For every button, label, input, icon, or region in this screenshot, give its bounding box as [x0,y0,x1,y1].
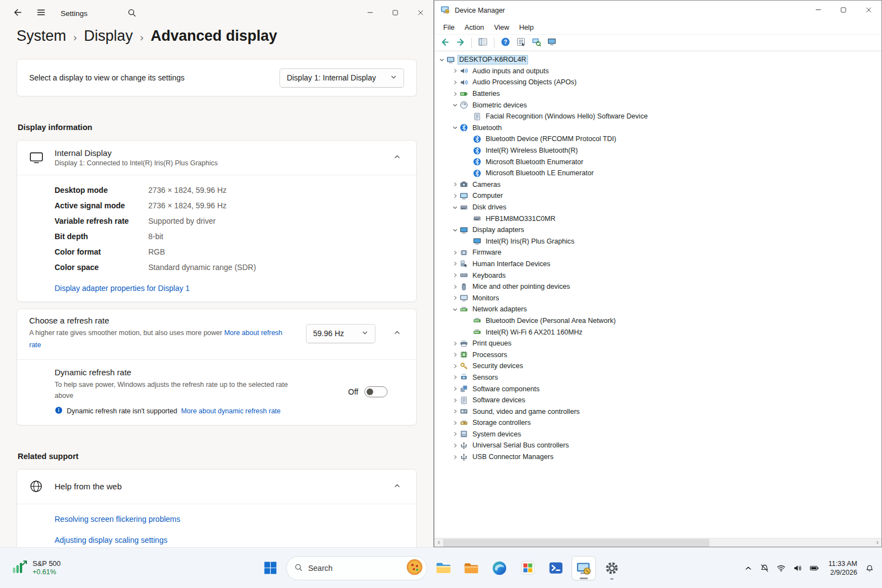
taskbar-start-button[interactable] [258,556,282,580]
tree-item-label[interactable]: Audio Processing Objects (APOs) [471,78,578,87]
tree-item-audio-processing-objects-apos[interactable]: Audio Processing Objects (APOs) [434,77,881,88]
tray-do-not-disturb-button[interactable] [756,557,773,579]
navigation-menu-button[interactable] [31,4,51,23]
breadcrumb-item-advanced-display[interactable]: Advanced display [150,28,277,45]
tree-item-keyboards[interactable]: Keyboards [434,269,881,281]
tree-item-label[interactable]: Microsoft Bluetooth LE Enumerator [484,169,595,178]
chevron-expanded-icon[interactable] [450,227,460,233]
widgets-button[interactable]: S&P 500 +0.61% [7,557,66,580]
breadcrumb-item-system[interactable]: System [17,28,66,45]
tree-item-label[interactable]: Firmware [471,248,503,257]
tree-item-cameras[interactable]: Cameras [434,179,881,191]
tree-item-facial-recognition-windows-hello-software-device[interactable]: Facial Recognition (Windows Hello) Softw… [434,111,881,122]
collapse-help-button[interactable] [388,477,406,496]
minimize-button[interactable] [805,1,831,20]
tree-item-label[interactable]: Sound, video and game controllers [471,407,582,416]
scrollbar-right-arrow[interactable] [873,538,881,547]
tree-item-biometric-devices[interactable]: Biometric devices [434,99,881,111]
tree-item-desktop-k6rol4r[interactable]: DESKTOP-K6ROL4R [434,54,881,66]
tree-item-intel-r-wireless-bluetooth-r[interactable]: Intel(R) Wireless Bluetooth(R) [434,145,881,157]
tree-item-label[interactable]: Sensors [471,373,499,382]
tree-item-label[interactable]: Monitors [471,293,501,303]
tree-item-label[interactable]: Intel(R) Iris(R) Plus Graphics [484,236,576,246]
more-about-dynamic-refresh-rate-link[interactable]: More about dynamic refresh rate [181,407,281,415]
chevron-collapsed-icon[interactable] [450,420,460,426]
chevron-collapsed-icon[interactable] [450,272,460,278]
display-adapter-properties-link[interactable]: Display adapter properties for Display 1 [17,277,416,301]
tree-item-bluetooth-device-personal-area-network[interactable]: Bluetooth Device (Personal Area Network) [434,315,881,327]
tree-item-software-devices[interactable]: Software devices [434,395,881,406]
settings-search-button[interactable] [122,4,142,23]
tree-item-label[interactable]: HFB1M8MO331C0MR [484,214,557,223]
menu-help[interactable]: Help [514,21,539,33]
taskbar-folder-orange-button[interactable] [459,556,483,580]
tree-item-label[interactable]: Print queues [471,339,513,348]
tree-item-label[interactable]: Universal Serial Bus controllers [471,441,571,450]
back-button[interactable] [7,4,26,23]
tree-item-processors[interactable]: Processors [434,349,881,360]
tree-item-label[interactable]: Intel(R) Wi-Fi 6 AX201 160MHz [484,327,584,337]
scrollbar-track[interactable] [443,538,873,547]
tree-item-storage-controllers[interactable]: Storage controllers [434,417,881,429]
tray-volume-button[interactable] [789,557,806,579]
taskbar-file-explorer-button[interactable] [431,556,455,580]
tree-item-batteries[interactable]: Batteries [434,88,881,100]
chevron-expanded-icon[interactable] [437,57,447,63]
help-from-web-header[interactable]: Help from the web [17,470,416,504]
tree-item-universal-serial-bus-controllers[interactable]: Universal Serial Bus controllers [434,440,881,451]
tree-item-label[interactable]: USB Connector Managers [471,452,555,462]
scrollbar-left-arrow[interactable] [434,538,443,547]
chevron-collapsed-icon[interactable] [450,386,460,392]
internal-display-header[interactable]: Internal Display Display 1: Connected to… [17,141,416,175]
tree-item-display-adapters[interactable]: Display adapters [434,224,881,236]
menu-view[interactable]: View [489,21,514,33]
tree-item-label[interactable]: Cameras [471,180,502,189]
tree-item-label[interactable]: Keyboards [471,271,507,280]
tray-chevron-up-button[interactable] [740,557,756,579]
tree-item-mice-and-other-pointing-devices[interactable]: Mice and other pointing devices [434,281,881,293]
dynamic-refresh-rate-toggle[interactable] [364,386,388,397]
chevron-expanded-icon[interactable] [450,204,460,211]
tree-item-label[interactable]: Microsoft Bluetooth Enumerator [484,157,585,166]
chevron-collapsed-icon[interactable] [450,397,460,403]
tree-item-hfb1m8mo331c0mr[interactable]: HFB1M8MO331C0MR [434,213,881,224]
tree-item-usb-connector-managers[interactable]: USB Connector Managers [434,451,881,463]
tree-item-label[interactable]: Storage controllers [471,418,533,428]
tree-item-sound-video-and-game-controllers[interactable]: Sound, video and game controllers [434,406,881,417]
chevron-collapsed-icon[interactable] [450,193,460,199]
chevron-expanded-icon[interactable] [450,306,460,312]
notification-center-button[interactable] [862,557,878,579]
display-select-dropdown[interactable]: Display 1: Internal Display [279,68,404,88]
tray-battery-button[interactable] [806,557,823,579]
chevron-collapsed-icon[interactable] [450,181,460,187]
help-link-adjusting-display-scaling-settings[interactable]: Adjusting display scaling settings [17,530,416,547]
tree-item-bluetooth[interactable]: Bluetooth [434,122,881,134]
tree-item-label[interactable]: Display adapters [471,225,526,235]
minimize-button[interactable] [357,0,383,26]
tree-item-software-components[interactable]: Software components [434,383,881,395]
taskbar-edge-button[interactable] [487,556,512,580]
refresh-rate-dropdown[interactable]: 59.96 Hz [306,324,375,343]
tree-item-firmware[interactable]: Firmware [434,247,881,258]
tree-item-sensors[interactable]: Sensors [434,372,881,384]
tray-wifi-button[interactable] [773,557,789,579]
maximize-button[interactable] [383,0,408,26]
tree-item-network-adapters[interactable]: Network adapters [434,304,881,315]
scrollbar-thumb[interactable] [443,539,709,547]
tree-item-label[interactable]: Audio inputs and outputs [471,66,551,75]
collapse-refresh-rate-button[interactable] [388,324,406,343]
tree-item-monitors[interactable]: Monitors [434,292,881,304]
chevron-collapsed-icon[interactable] [450,261,460,267]
tree-item-security-devices[interactable]: Security devices [434,360,881,372]
toolbar-devices-button[interactable] [545,36,559,50]
tree-item-label[interactable]: Intel(R) Wireless Bluetooth(R) [484,146,579,155]
tree-item-computer[interactable]: Computer [434,190,881,202]
chevron-collapsed-icon[interactable] [450,443,460,449]
tree-item-label[interactable]: Bluetooth Device (RFCOMM Protocol TDI) [484,134,618,144]
chevron-expanded-icon[interactable] [450,102,460,108]
taskbar-device-manager-button[interactable] [572,556,596,580]
menu-action[interactable]: Action [460,21,490,33]
tree-item-intel-r-wi-fi-6-ax201-160mhz[interactable]: Intel(R) Wi-Fi 6 AX201 160MHz [434,326,881,338]
chevron-collapsed-icon[interactable] [450,91,460,97]
tree-item-label[interactable]: Network adapters [471,305,529,314]
